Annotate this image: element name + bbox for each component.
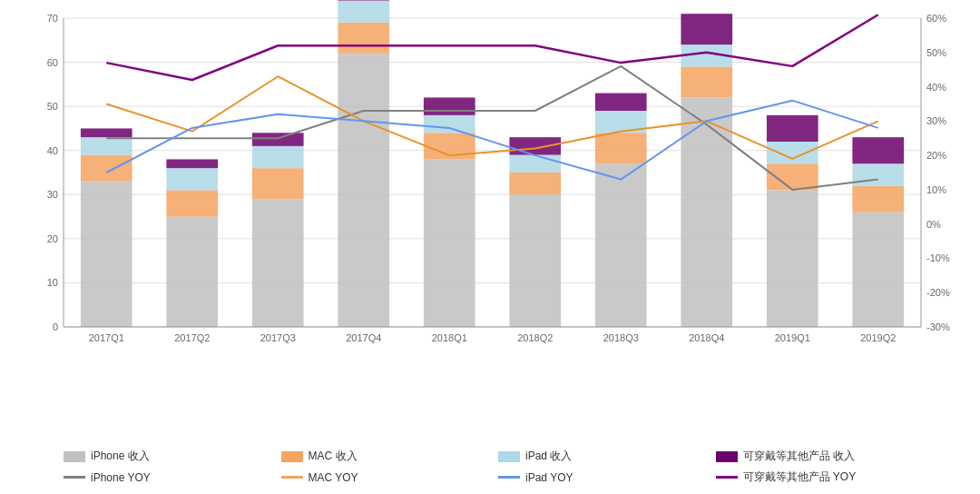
svg-rect-61 — [595, 133, 647, 163]
svg-rect-38 — [81, 137, 132, 154]
svg-rect-68 — [767, 190, 818, 327]
svg-text:0%: 0% — [926, 219, 941, 230]
legend-swatch — [64, 451, 85, 462]
svg-rect-43 — [166, 159, 218, 168]
svg-rect-56 — [509, 194, 561, 327]
svg-text:2018Q2: 2018Q2 — [517, 332, 553, 343]
svg-rect-45 — [252, 168, 304, 199]
svg-text:50: 50 — [47, 101, 58, 112]
chart-svg: 010203040506070-30%-20%-10%0%10%20%30%40… — [0, 0, 980, 381]
legend-swatch — [716, 451, 738, 462]
svg-rect-75 — [852, 137, 904, 163]
legend-item: 可穿戴等其他产品 YOY — [716, 469, 926, 485]
svg-text:2018Q3: 2018Q3 — [603, 332, 639, 343]
svg-rect-73 — [852, 186, 904, 212]
svg-rect-70 — [767, 142, 818, 163]
svg-text:50%: 50% — [926, 47, 946, 58]
legend-swatch — [498, 451, 520, 462]
svg-text:2017Q1: 2017Q1 — [89, 332, 124, 343]
legend-item: MAC YOY — [281, 469, 492, 485]
svg-text:2017Q3: 2017Q3 — [260, 332, 296, 343]
svg-rect-48 — [338, 54, 389, 327]
legend-item: iPad YOY — [498, 469, 709, 485]
legend-label: iPad YOY — [525, 471, 573, 484]
svg-text:10: 10 — [47, 277, 58, 288]
svg-rect-72 — [852, 212, 904, 327]
legend: iPhone 收入MAC 收入iPad 收入可穿戴等其他产品 收入iPhone … — [64, 449, 926, 485]
svg-text:60: 60 — [47, 57, 58, 68]
svg-text:2017Q4: 2017Q4 — [346, 332, 381, 343]
svg-rect-71 — [767, 115, 818, 142]
svg-text:-30%: -30% — [926, 321, 950, 332]
svg-text:-20%: -20% — [926, 287, 950, 298]
svg-text:40%: 40% — [926, 82, 946, 93]
svg-text:2017Q2: 2017Q2 — [174, 332, 210, 343]
svg-text:20: 20 — [47, 233, 58, 244]
svg-text:2018Q1: 2018Q1 — [432, 332, 467, 343]
legend-line-swatch — [716, 476, 738, 479]
svg-text:0: 0 — [53, 321, 58, 332]
svg-rect-46 — [252, 146, 304, 168]
legend-swatch — [281, 451, 303, 462]
svg-rect-41 — [166, 190, 218, 216]
svg-rect-50 — [338, 1, 389, 23]
legend-label: iPhone 收入 — [91, 449, 150, 464]
legend-label: MAC 收入 — [309, 449, 358, 464]
legend-item: 可穿戴等其他产品 收入 — [716, 449, 926, 464]
svg-rect-67 — [681, 14, 732, 44]
svg-text:40: 40 — [47, 145, 58, 156]
svg-text:70: 70 — [47, 13, 58, 24]
svg-text:2019Q2: 2019Q2 — [860, 332, 896, 343]
svg-text:60%: 60% — [926, 13, 946, 24]
legend-label: iPad 收入 — [525, 449, 572, 464]
legend-line-swatch — [281, 476, 303, 479]
legend-label: 可穿戴等其他产品 YOY — [743, 469, 857, 485]
legend-item: iPhone YOY — [64, 469, 274, 485]
legend-line-swatch — [64, 476, 85, 479]
svg-rect-54 — [424, 115, 475, 133]
svg-text:30%: 30% — [926, 115, 946, 126]
legend-item: MAC 收入 — [281, 449, 492, 464]
chart-container: 010203040506070-30%-20%-10%0%10%20%30%40… — [0, 0, 980, 494]
svg-text:-10%: -10% — [926, 252, 950, 263]
svg-text:2018Q4: 2018Q4 — [689, 332, 724, 343]
svg-rect-37 — [81, 155, 132, 182]
legend-label: iPhone YOY — [91, 471, 151, 484]
svg-rect-42 — [166, 168, 218, 190]
svg-text:20%: 20% — [926, 150, 946, 161]
legend-line-swatch — [498, 476, 520, 479]
svg-rect-40 — [166, 217, 218, 327]
svg-rect-44 — [252, 199, 304, 327]
svg-rect-58 — [509, 155, 561, 173]
svg-rect-36 — [81, 182, 132, 327]
svg-text:2019Q1: 2019Q1 — [775, 332, 810, 343]
svg-rect-55 — [424, 97, 475, 114]
svg-rect-52 — [424, 159, 475, 327]
svg-rect-57 — [509, 173, 561, 194]
svg-text:10%: 10% — [926, 184, 946, 195]
svg-rect-47 — [252, 133, 304, 146]
svg-rect-63 — [595, 94, 647, 111]
legend-item: iPad 收入 — [498, 449, 709, 464]
svg-text:30: 30 — [47, 189, 58, 200]
svg-rect-49 — [338, 23, 389, 54]
svg-rect-60 — [595, 163, 647, 327]
svg-rect-65 — [681, 66, 732, 97]
svg-rect-59 — [509, 137, 561, 154]
svg-rect-64 — [681, 97, 732, 327]
legend-label: 可穿戴等其他产品 收入 — [743, 449, 855, 464]
svg-rect-39 — [81, 128, 132, 137]
legend-item: iPhone 收入 — [64, 449, 274, 464]
legend-label: MAC YOY — [309, 471, 358, 484]
svg-rect-51 — [338, 0, 389, 1]
